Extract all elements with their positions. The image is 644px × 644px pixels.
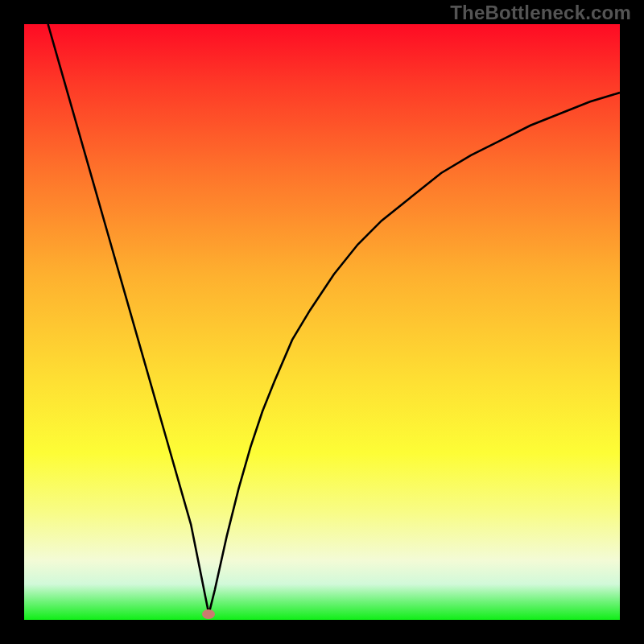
- chart-frame: TheBottleneck.com: [0, 0, 644, 644]
- minimum-marker: [202, 609, 215, 619]
- plot-area: [24, 24, 620, 620]
- curve-path: [48, 24, 620, 614]
- watermark-text: TheBottleneck.com: [450, 2, 631, 24]
- bottleneck-curve: [24, 24, 620, 620]
